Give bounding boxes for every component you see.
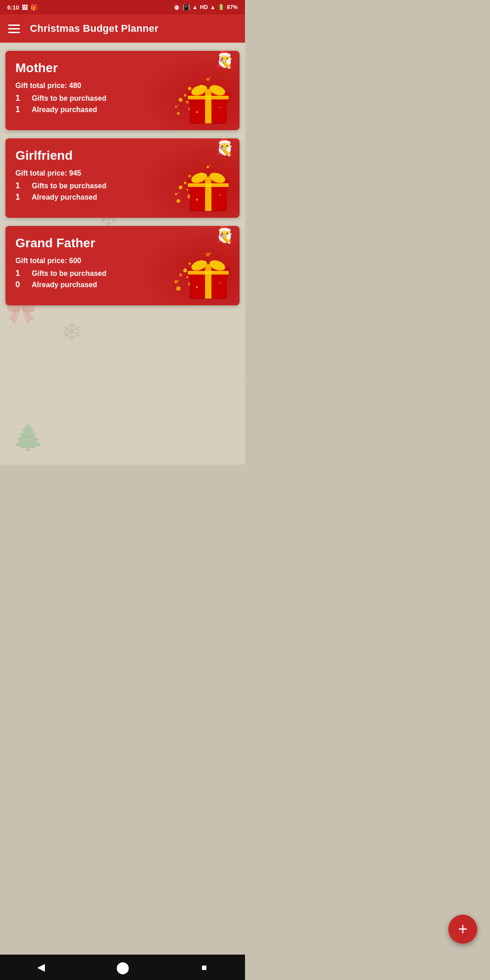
hd-label: HD bbox=[200, 4, 208, 10]
bg-decoration-snowflake-4: ❄ bbox=[61, 317, 83, 347]
cards-container: 🎅 ✏️ Mother Gift total price: 480 1 Gift… bbox=[5, 51, 240, 305]
gift-stat-grandfather-0: 1 Gifts to be purchased bbox=[15, 269, 230, 278]
svg-point-29 bbox=[206, 166, 209, 168]
stat-count-mother-0: 1 bbox=[15, 93, 24, 103]
svg-point-38 bbox=[203, 206, 204, 206]
gift-stat-girlfriend-1: 1 Already purchased bbox=[15, 192, 230, 202]
svg-point-9 bbox=[203, 118, 204, 119]
gift-stat-girlfriend-0: 1 Gifts to be purchased bbox=[15, 181, 230, 191]
signal-icon: ▲ bbox=[210, 4, 216, 10]
svg-point-57 bbox=[210, 204, 211, 205]
status-bar: 6:10 🖼 🎁 ⏰ 📳 ▲ HD ▲ 🔋 87% bbox=[0, 0, 245, 15]
person-name-girlfriend: Girlfriend bbox=[15, 148, 230, 163]
stat-label-grandfather-1: Already purchased bbox=[32, 281, 97, 289]
battery-percent: 87% bbox=[227, 4, 238, 10]
svg-point-37 bbox=[200, 206, 202, 209]
stat-label-grandfather-0: Gifts to be purchased bbox=[32, 270, 106, 278]
image-icon: 🖼 bbox=[22, 4, 28, 11]
stat-label-mother-1: Already purchased bbox=[32, 106, 97, 114]
gift-icon: 🎁 bbox=[30, 4, 38, 11]
battery-icon: 🔋 bbox=[218, 4, 225, 10]
vibrate-icon: 📳 bbox=[182, 4, 190, 11]
person-name-grandfather: Grand Father bbox=[15, 236, 230, 250]
stat-label-mother-0: Gifts to be purchased bbox=[32, 94, 106, 103]
svg-point-30 bbox=[210, 165, 211, 166]
stat-count-grandfather-0: 1 bbox=[15, 269, 24, 278]
time-display: 6:10 bbox=[7, 4, 19, 11]
wifi-icon: ▲ bbox=[192, 4, 198, 10]
bg-decoration-snowflake-5: 🌲 bbox=[12, 422, 44, 452]
stat-count-mother-1: 1 bbox=[15, 105, 24, 114]
status-right: ⏰ 📳 ▲ HD ▲ 🔋 87% bbox=[173, 4, 238, 11]
stat-count-girlfriend-0: 1 bbox=[15, 181, 24, 191]
person-card-girlfriend[interactable]: 🎅 ✏️ Girlfriend Gift total price: 945 1 … bbox=[5, 138, 240, 218]
person-card-grandfather[interactable]: 🎅 ✏️ Grand Father Gift total price: 600 … bbox=[5, 226, 240, 305]
svg-point-86 bbox=[210, 291, 211, 293]
app-title: Christmas Budget Planner bbox=[30, 23, 158, 34]
gift-stat-mother-0: 1 Gifts to be purchased bbox=[15, 93, 230, 103]
gift-total-mother: Gift total price: 480 bbox=[15, 82, 230, 90]
svg-point-28 bbox=[210, 116, 211, 118]
gift-stat-mother-1: 1 Already purchased bbox=[15, 105, 230, 114]
svg-point-58 bbox=[206, 252, 210, 256]
alarm-icon: ⏰ bbox=[173, 4, 180, 10]
svg-point-66 bbox=[199, 293, 203, 298]
stat-label-girlfriend-1: Already purchased bbox=[32, 193, 97, 201]
svg-point-1 bbox=[209, 77, 211, 78]
svg-point-67 bbox=[202, 293, 205, 295]
stat-label-girlfriend-0: Gifts to be purchased bbox=[32, 182, 106, 190]
stat-count-girlfriend-1: 1 bbox=[15, 192, 24, 202]
gift-total-grandfather: Gift total price: 600 bbox=[15, 257, 230, 265]
person-name-mother: Mother bbox=[15, 61, 230, 75]
status-left: 6:10 🖼 🎁 bbox=[7, 4, 38, 11]
menu-button[interactable] bbox=[8, 24, 20, 33]
content-area: ❄ 🎁 🎀 ❄ ❄ 🎀 ❄ 🌲 🎅 ✏️ Mother Gift total p… bbox=[0, 43, 245, 465]
svg-point-0 bbox=[206, 78, 209, 80]
gift-total-girlfriend: Gift total price: 945 bbox=[15, 169, 230, 177]
svg-point-59 bbox=[209, 252, 211, 254]
app-bar: Christmas Budget Planner bbox=[0, 15, 245, 43]
gift-stat-grandfather-1: 0 Already purchased bbox=[15, 280, 230, 289]
person-card-mother[interactable]: 🎅 ✏️ Mother Gift total price: 480 1 Gift… bbox=[5, 51, 240, 130]
svg-point-8 bbox=[200, 119, 202, 121]
stat-count-grandfather-1: 0 bbox=[15, 280, 24, 289]
